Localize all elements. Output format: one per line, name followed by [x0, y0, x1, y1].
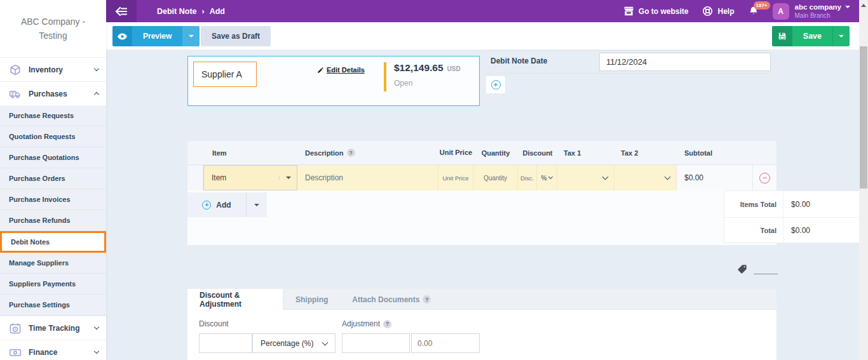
discount-type-select[interactable]: %	[537, 165, 557, 190]
remove-row-button[interactable]: −	[759, 173, 770, 183]
sidebar-item-purchase-orders[interactable]: Purchase Orders	[0, 168, 106, 189]
tax1-select[interactable]	[557, 165, 614, 190]
save-button[interactable]: Save	[772, 26, 850, 46]
sidebar-item-purchase-settings[interactable]: Purchase Settings	[0, 295, 106, 316]
save-as-draft-button[interactable]: Save as Draft	[201, 26, 271, 46]
tax2-select[interactable]	[614, 165, 677, 190]
unit-price-input[interactable]: Unit Price	[438, 165, 473, 190]
item-select[interactable]: Item	[203, 165, 297, 190]
discount-label: Discount	[199, 319, 229, 328]
money-icon	[9, 346, 22, 359]
tab-attach-documents[interactable]: Attach Documents ?	[340, 289, 443, 310]
balance-status-bar	[384, 62, 386, 91]
app-screen: ABC Company - Testing Inventory Purchase…	[0, 0, 868, 360]
help-badge-icon[interactable]: ?	[347, 149, 355, 157]
box-icon	[9, 63, 22, 76]
col-description: Description ?	[297, 149, 438, 157]
preview-button[interactable]: Preview	[112, 26, 200, 46]
debit-note-date-label: Debit Note Date	[491, 57, 547, 65]
collapse-arrow-icon	[115, 7, 128, 16]
website-icon	[623, 6, 634, 16]
go-to-website-link[interactable]: Go to website	[623, 6, 689, 16]
edit-details-link[interactable]: Edit Details	[317, 66, 365, 74]
eye-icon	[112, 26, 132, 46]
col-discount: Discount	[518, 149, 557, 157]
sidebar-item-purchase-quotations[interactable]: Purchase Quotations	[0, 147, 106, 168]
tab-bar: Discount & Adjustment Shipping Attach Do…	[187, 289, 776, 310]
adjustment-label: Adjustment ?	[342, 319, 391, 328]
chevron-down-icon	[94, 324, 99, 330]
col-quantity: Quantity	[473, 149, 518, 157]
chevron-down-icon	[94, 66, 99, 71]
quantity-input[interactable]: Quantity	[473, 165, 518, 190]
sidebar: ABC Company - Testing Inventory Purchase…	[0, 0, 106, 360]
col-tax2: Tax 2	[614, 149, 677, 157]
balance-status-label: Open	[394, 79, 461, 88]
calendar-clock-icon	[9, 322, 22, 335]
bottom-tabs-panel: Discount & Adjustment Shipping Attach Do…	[187, 289, 776, 360]
sidebar-item-purchase-refunds[interactable]: Purchase Refunds	[0, 210, 106, 231]
sidebar-item-time-tracking[interactable]: Time Tracking	[0, 316, 106, 340]
add-item-button[interactable]: + Add	[187, 192, 267, 217]
debit-note-date-input[interactable]	[599, 53, 771, 71]
breadcrumb-separator: ›	[202, 7, 205, 16]
discount-adjustment-panel: Discount Percentage (%) Adjustment ?	[187, 310, 776, 360]
col-item: Item	[187, 149, 297, 157]
sidebar-item-purchase-invoices[interactable]: Purchase Invoices	[0, 189, 106, 210]
notifications-count-badge: 187+	[754, 1, 770, 10]
help-badge-icon[interactable]: ?	[423, 295, 431, 303]
tab-shipping[interactable]: Shipping	[283, 289, 340, 310]
sidebar-item-suppliers-payments[interactable]: Suppliers Payments	[0, 274, 106, 295]
sidebar-item-quotation-requests[interactable]: Quotation Requests	[0, 126, 106, 147]
tags-field	[737, 264, 778, 274]
help-lifebuoy-icon	[702, 6, 713, 17]
items-table: Item Description ? Unit Price Quantity D…	[187, 141, 776, 190]
sidebar-item-inventory[interactable]: Inventory	[0, 57, 106, 81]
row-subtotal: $0.00	[677, 165, 753, 190]
notifications-button[interactable]: 187+	[749, 6, 759, 17]
page-scrollbar[interactable]	[859, 0, 868, 360]
balance-currency: USD	[447, 65, 461, 72]
scroll-up-arrow-icon[interactable]	[861, 4, 866, 7]
sidebar-item-finance[interactable]: Finance	[0, 340, 106, 360]
tag-input[interactable]	[754, 265, 778, 274]
sidebar-item-manage-suppliers[interactable]: Manage Suppliers	[0, 253, 106, 274]
tag-icon[interactable]	[737, 264, 747, 274]
items-total-row: Items Total $0.00	[724, 191, 868, 217]
chevron-down-icon	[602, 174, 609, 180]
action-toolbar: Preview Save as Draft Save	[106, 22, 859, 50]
breadcrumb: Debit Note › Add	[157, 7, 225, 16]
help-link[interactable]: Help	[702, 6, 734, 17]
sidebar-item-purchase-requests[interactable]: Purchase Requests	[0, 105, 106, 126]
description-input[interactable]: Description	[297, 165, 438, 190]
supplier-card: Supplier A Edit Details $12,149.65 USD O…	[187, 56, 480, 106]
remove-row-cell: −	[753, 165, 776, 190]
row-handle[interactable]	[187, 165, 203, 190]
adjustment-amount-input[interactable]	[411, 333, 480, 353]
collapse-sidebar-button[interactable]	[106, 0, 137, 22]
supplier-select[interactable]: Supplier A	[193, 62, 257, 87]
scrollbar-thumb[interactable]	[860, 46, 867, 189]
discount-value-input[interactable]	[199, 333, 252, 353]
item-dropdown-caret[interactable]	[279, 177, 297, 179]
add-field-button[interactable]: +	[486, 76, 505, 93]
save-dropdown-caret[interactable]	[832, 26, 850, 46]
breadcrumb-section[interactable]: Debit Note	[157, 7, 197, 16]
company-switcher: abc company Main Branch	[795, 3, 851, 20]
company-logo-text[interactable]: ABC Company - Testing	[0, 0, 106, 57]
account-menu[interactable]: A abc company Main Branch	[773, 3, 851, 20]
adjustment-account-input[interactable]	[342, 333, 410, 353]
discount-type-select[interactable]: Percentage (%)	[252, 333, 336, 353]
truck-icon	[9, 88, 22, 100]
breadcrumb-page: Add	[210, 7, 225, 16]
discount-input[interactable]: Disc.	[518, 165, 537, 190]
debit-note-date-row: Debit Note Date	[485, 50, 771, 74]
chevron-up-icon	[94, 92, 99, 97]
help-badge-icon[interactable]: ?	[383, 320, 391, 328]
sidebar-item-debit-notes[interactable]: Debit Notes	[0, 231, 106, 253]
preview-dropdown-caret[interactable]	[182, 26, 200, 46]
supplier-balance: $12,149.65 USD Open	[384, 62, 461, 91]
tab-discount-adjustment[interactable]: Discount & Adjustment	[187, 289, 283, 310]
add-dropdown-caret[interactable]	[246, 192, 267, 217]
sidebar-item-purchases[interactable]: Purchases	[0, 81, 106, 105]
